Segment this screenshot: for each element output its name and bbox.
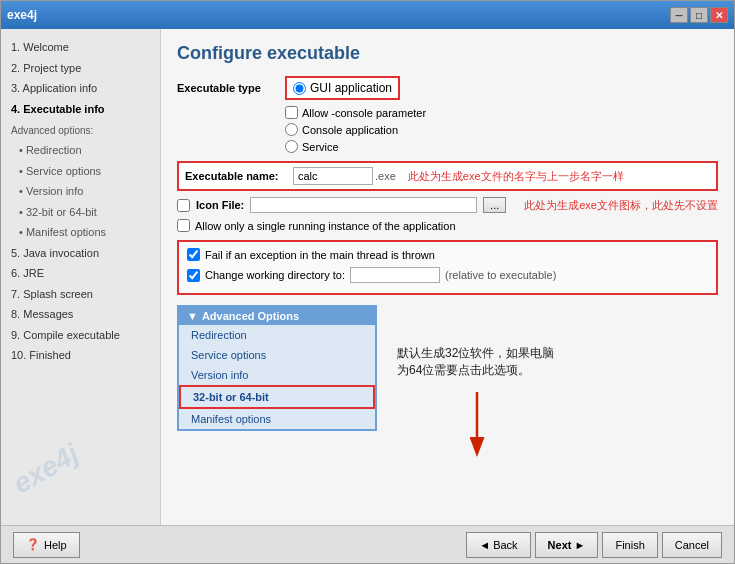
nav-buttons: ◄ Back Next ► Finish Cancel	[466, 532, 722, 558]
sidebar-item-welcome[interactable]: 1. Welcome	[7, 37, 154, 58]
working-dir-input[interactable]	[350, 267, 440, 283]
gui-label: GUI application	[310, 81, 392, 95]
page-title: Configure executable	[177, 43, 718, 64]
main-content: Configure executable Executable type GUI…	[161, 29, 734, 525]
exception-row: Fail if an exception in the main thread …	[187, 248, 708, 261]
help-button[interactable]: ❓ Help	[13, 532, 80, 558]
sidebar-item-32-64-bit[interactable]: • 32-bit or 64-bit	[7, 202, 154, 223]
advanced-service-options[interactable]: Service options	[179, 345, 375, 365]
exception-label: Fail if an exception in the main thread …	[205, 249, 435, 261]
sidebar-item-redirection[interactable]: • Redirection	[7, 140, 154, 161]
console-app-row: Console application	[285, 123, 718, 136]
sidebar-item-splash-screen[interactable]: 7. Splash screen	[7, 284, 154, 305]
window-title: exe4j	[7, 8, 37, 22]
arrow-container	[447, 387, 507, 470]
console-app-label[interactable]: Console application	[285, 123, 718, 136]
advanced-options-header[interactable]: ▼ Advanced Options	[179, 307, 375, 325]
back-button[interactable]: ◄ Back	[466, 532, 530, 558]
sidebar-item-java-invocation[interactable]: 5. Java invocation	[7, 243, 154, 264]
working-dir-label: Change working directory to:	[205, 269, 345, 281]
down-arrow-svg	[447, 387, 507, 467]
icon-file-input[interactable]	[250, 197, 477, 213]
help-icon: ❓	[26, 538, 40, 551]
service-radio[interactable]	[285, 140, 298, 153]
minimize-button[interactable]: ─	[670, 7, 688, 23]
service-row: Service	[285, 140, 718, 153]
console-param-row: Allow -console parameter	[285, 106, 718, 119]
icon-annotation: 此处为生成exe文件图标，此处先不设置	[524, 198, 718, 213]
gui-application-option[interactable]: GUI application	[285, 76, 400, 100]
next-button[interactable]: Next ►	[535, 532, 599, 558]
gui-radio[interactable]	[293, 82, 306, 95]
finish-button[interactable]: Finish	[602, 532, 657, 558]
working-dir-suffix: (relative to executable)	[445, 269, 556, 281]
icon-browse-button[interactable]: ...	[483, 197, 506, 213]
exe-suffix: .exe	[375, 170, 396, 182]
sidebar-advanced-header: Advanced options:	[7, 121, 154, 140]
allow-console-label[interactable]: Allow -console parameter	[285, 106, 718, 119]
title-bar: exe4j ─ □ ✕	[1, 1, 734, 29]
sidebar-item-exe-info[interactable]: 4. Executable info	[7, 99, 154, 120]
advanced-section: ▼ Advanced Options Redirection Service o…	[177, 305, 718, 470]
sidebar-item-finished[interactable]: 10. Finished	[7, 345, 154, 366]
sidebar: 1. Welcome 2. Project type 3. Applicatio…	[1, 29, 161, 525]
sidebar-item-manifest-options[interactable]: • Manifest options	[7, 222, 154, 243]
annotation-32-64: 默认生成32位软件，如果电脑为64位需要点击此选项。	[397, 345, 557, 379]
cancel-button[interactable]: Cancel	[662, 532, 722, 558]
sidebar-item-version-info[interactable]: • Version info	[7, 181, 154, 202]
advanced-options-panel: ▼ Advanced Options Redirection Service o…	[177, 305, 377, 431]
console-radio[interactable]	[285, 123, 298, 136]
sidebar-item-service-options[interactable]: • Service options	[7, 161, 154, 182]
single-instance-check[interactable]	[177, 219, 190, 232]
allow-console-check[interactable]	[285, 106, 298, 119]
maximize-button[interactable]: □	[690, 7, 708, 23]
exe-type-label: Executable type	[177, 82, 277, 94]
exception-check[interactable]	[187, 248, 200, 261]
sidebar-item-jre[interactable]: 6. JRE	[7, 263, 154, 284]
exe-type-row: Executable type GUI application	[177, 76, 718, 100]
advanced-version-info[interactable]: Version info	[179, 365, 375, 385]
exception-section: Fail if an exception in the main thread …	[177, 240, 718, 295]
close-button[interactable]: ✕	[710, 7, 728, 23]
sidebar-item-project-type[interactable]: 2. Project type	[7, 58, 154, 79]
exe-name-row: Executable name: .exe 此处为生成exe文件的名字与上一步名…	[177, 161, 718, 191]
advanced-32-64-bit[interactable]: 32-bit or 64-bit	[179, 385, 375, 409]
exe-name-annotation: 此处为生成exe文件的名字与上一步名字一样	[408, 169, 624, 184]
advanced-options-title: Advanced Options	[202, 310, 299, 322]
advanced-manifest-options[interactable]: Manifest options	[179, 409, 375, 429]
main-window: exe4j ─ □ ✕ 1. Welcome 2. Project type 3…	[0, 0, 735, 564]
exe-name-input[interactable]	[293, 167, 373, 185]
working-dir-row: Change working directory to: (relative t…	[187, 267, 708, 283]
working-dir-check[interactable]	[187, 269, 200, 282]
single-instance-row: Allow only a single running instance of …	[177, 219, 718, 232]
icon-file-checkbox[interactable]	[177, 199, 190, 212]
icon-file-label: Icon File:	[196, 199, 244, 211]
advanced-redirection[interactable]: Redirection	[179, 325, 375, 345]
watermark: exe4j	[8, 438, 85, 501]
bottom-bar: ❓ Help ◄ Back Next ► Finish Cancel	[1, 525, 734, 563]
single-instance-label: Allow only a single running instance of …	[195, 220, 456, 232]
sidebar-item-compile[interactable]: 9. Compile executable	[7, 325, 154, 346]
window-content: 1. Welcome 2. Project type 3. Applicatio…	[1, 29, 734, 525]
title-bar-controls: ─ □ ✕	[670, 7, 728, 23]
collapse-icon: ▼	[187, 310, 198, 322]
icon-file-row: Icon File: ... 此处为生成exe文件图标，此处先不设置	[177, 197, 718, 213]
service-label[interactable]: Service	[285, 140, 718, 153]
help-label: Help	[44, 539, 67, 551]
sidebar-item-messages[interactable]: 8. Messages	[7, 304, 154, 325]
sidebar-item-app-info[interactable]: 3. Application info	[7, 78, 154, 99]
exe-name-label: Executable name:	[185, 170, 285, 182]
arrow-annotation-group: 默认生成32位软件，如果电脑为64位需要点击此选项。	[397, 345, 557, 470]
